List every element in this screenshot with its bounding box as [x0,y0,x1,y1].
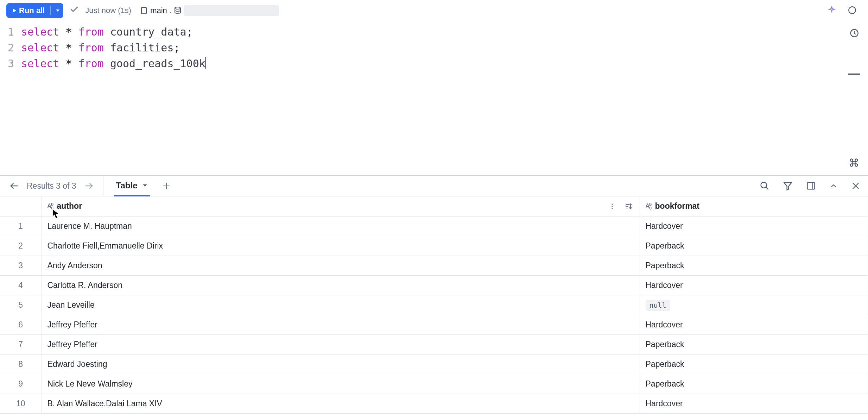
row-number: 9 [0,374,42,394]
cell-bookformat[interactable]: Paperback [640,374,868,394]
keyboard-shortcut-button[interactable] [848,156,860,169]
cell-author[interactable]: Andy Anderson [42,256,640,275]
table-row[interactable]: 2Charlotte Fiell,Emmanuelle DirixPaperba… [0,236,868,256]
arrow-right-icon [84,181,94,191]
cell-bookformat[interactable]: Hardcover [640,315,868,334]
chevron-up-icon [829,182,838,190]
code-line[interactable]: 3select * from good_reads_100k [0,56,840,71]
code-line[interactable]: 2select * from facilities; [0,40,840,56]
line-number: 1 [0,24,21,40]
filter-icon [783,181,793,191]
cell-bookformat[interactable]: Hardcover [640,394,868,413]
cell-bookformat[interactable]: Hardcover [640,275,868,295]
arrow-left-icon [9,181,19,191]
svg-point-1 [175,7,180,9]
close-results-button[interactable] [850,180,862,192]
cell-bookformat[interactable]: Paperback [640,354,868,374]
row-number: 7 [0,334,42,354]
table-row[interactable]: 9Nick Le Neve WalmsleyPaperback [0,374,868,394]
add-tab-button[interactable] [161,180,172,192]
schema-name: main [150,6,167,15]
cell-bookformat[interactable]: null [640,295,868,315]
cell-bookformat[interactable]: Paperback [640,256,868,275]
kebab-icon [609,202,616,211]
panel-button[interactable] [805,180,817,192]
results-nav-group: Results 3 of 3 [0,176,103,196]
history-button[interactable] [848,27,860,39]
row-number: 5 [0,295,42,315]
chat-icon [848,6,857,15]
comment-button[interactable] [846,5,858,17]
svg-point-16 [612,206,613,207]
results-right-group [758,180,868,192]
cell-author[interactable]: B. Alan Wallace,Dalai Lama XIV [42,394,640,413]
sort-icon [624,202,633,211]
line-number: 2 [0,40,21,56]
svg-marker-10 [784,183,792,190]
run-all-label: Run all [19,6,45,15]
sparkle-button[interactable] [826,5,838,17]
svg-point-8 [761,182,767,188]
cell-bookformat[interactable]: Paperback [640,334,868,354]
cell-author[interactable]: Jeffrey Pfeffer [42,334,640,354]
results-tabs: Table [103,176,183,196]
play-icon [11,8,17,13]
search-button[interactable] [758,180,771,192]
schema-separator: . [169,6,171,15]
search-icon [760,181,769,191]
table-header-row: ABC author ABC bookformat [0,196,868,216]
column-menu-button[interactable] [607,201,617,212]
table-row[interactable]: 4Carlotta R. AndersonHardcover [0,275,868,295]
svg-point-2 [849,7,856,13]
cell-bookformat[interactable]: Paperback [640,236,868,256]
text-cursor [205,57,206,69]
cell-author[interactable]: Laurence M. Hauptman [42,216,640,236]
cell-author[interactable]: Jean Leveille [42,295,640,315]
svg-rect-11 [807,183,815,189]
command-icon [849,158,859,168]
history-icon [849,28,859,38]
results-toolbar: Results 3 of 3 Table [0,175,868,196]
toolbar-right-group [826,5,862,17]
cell-author[interactable]: Carlotta R. Anderson [42,275,640,295]
run-all-button[interactable]: Run all [6,3,63,18]
table-row[interactable]: 6Jeffrey PfefferHardcover [0,315,868,334]
cell-bookformat[interactable]: Hardcover [640,216,868,236]
column-header-bookformat[interactable]: ABC bookformat [640,196,868,216]
table-row[interactable]: 10B. Alan Wallace,Dalai Lama XIVHardcove… [0,394,868,413]
code-line[interactable]: 1select * from country_data; [0,24,840,40]
code-editor[interactable]: 1select * from country_data;2select * fr… [0,21,840,175]
panel-right-icon [806,181,816,191]
tab-table[interactable]: Table [114,176,150,196]
chevron-down-icon[interactable] [142,182,148,189]
row-number: 6 [0,315,42,334]
prev-result-button[interactable] [8,180,20,192]
table-row[interactable]: 8Edward JoestingPaperback [0,354,868,374]
column-sort-button[interactable] [623,201,634,212]
table-row[interactable]: 3Andy AndersonPaperback [0,256,868,275]
plus-icon [162,182,171,190]
table-row[interactable]: 5Jean Leveillenull [0,295,868,315]
table-row[interactable]: 7Jeffrey PfefferPaperback [0,334,868,354]
code-content: select * from facilities; [21,40,180,56]
cell-author[interactable]: Nick Le Neve Walmsley [42,374,640,394]
collapse-results-button[interactable] [828,180,839,192]
column-label-bookformat: bookformat [655,201,700,211]
cell-author[interactable]: Edward Joesting [42,354,640,374]
table-row[interactable]: 1Laurence M. HauptmanHardcover [0,216,868,236]
code-content: select * from good_reads_100k [21,56,206,71]
cell-author[interactable]: Charlotte Fiell,Emmanuelle Dirix [42,236,640,256]
collapse-icon[interactable]: — [848,66,860,80]
code-content: select * from country_data; [21,24,193,40]
button-divider [50,6,51,15]
filter-button[interactable] [781,180,794,192]
cell-author[interactable]: Jeffrey Pfeffer [42,315,640,334]
schema-selector[interactable]: main . [140,5,279,16]
next-result-button[interactable] [83,180,95,192]
svg-point-15 [612,203,613,205]
chevron-down-icon[interactable] [55,8,61,13]
code-editor-area: 1select * from country_data;2select * fr… [0,21,868,175]
column-header-author[interactable]: ABC author [42,196,640,216]
row-number: 3 [0,256,42,275]
check-icon [70,5,79,16]
